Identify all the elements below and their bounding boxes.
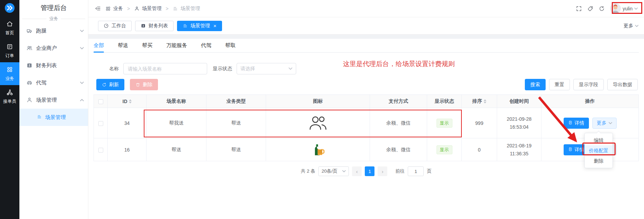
collapse-sidebar-icon[interactable] [95, 5, 101, 12]
sidebar-item-label: 场景管理 [36, 97, 57, 103]
cell-business-type: 帮送 [206, 108, 266, 138]
tab-finance-list[interactable]: 财务列表 [135, 21, 174, 31]
category-tab-driving[interactable]: 代驾 [201, 39, 211, 52]
rail-item-label: 订单 [6, 53, 14, 59]
header-label: ID [123, 99, 127, 104]
goto-page-input[interactable] [408, 166, 424, 176]
order-icon [6, 43, 13, 51]
category-tab-buy[interactable]: 帮买 [142, 39, 152, 52]
show-fields-button[interactable]: 显示字段 [573, 79, 604, 90]
breadcrumb-separator: > [127, 6, 130, 11]
cell-id: 34 [108, 108, 147, 138]
grid-icon [105, 6, 111, 11]
page-size-select[interactable]: 20条/页 [318, 166, 349, 176]
tab-label: 财务列表 [149, 23, 168, 29]
rail-item-home[interactable]: 首页 [0, 17, 19, 39]
page-unit-label: 页 [427, 168, 432, 174]
main-content: 业务 > 场景管理 > 场景管理 yulin [88, 0, 644, 219]
rail-item-label: 首页 [6, 30, 14, 36]
cell-business-type: 帮送 [206, 138, 266, 161]
refresh-button[interactable]: 刷新 [96, 79, 124, 90]
sidebar-item-label: 企业商户 [36, 45, 57, 52]
chevron-down-icon [635, 25, 638, 27]
header-payment: 支付方式 [370, 95, 427, 108]
close-icon[interactable]: × [213, 23, 217, 28]
sidebar-item-merchants[interactable]: 企业商户 [19, 39, 88, 57]
person-icon [26, 97, 33, 103]
breadcrumb-label: 业务 [113, 6, 123, 12]
cell-icon [266, 138, 370, 161]
sidebar: 管理后台 业务 跑腿 企业商户 财务列表 代驾 场景管理 [19, 0, 88, 219]
fullscreen-icon[interactable] [576, 6, 582, 12]
tab-scene-mgmt[interactable]: 场景管理 × [177, 21, 222, 31]
rail-item-label: 接单员 [3, 99, 16, 104]
cell-scene-name: 帮送 [147, 138, 206, 161]
tab-label: 工作台 [112, 23, 126, 29]
dropdown-item-edit[interactable]: 编辑 [585, 135, 612, 145]
category-tab-deliver[interactable]: 帮送 [118, 39, 128, 52]
chevron-down-icon [289, 67, 292, 70]
finance-card-icon [26, 62, 33, 69]
header-checkbox-cell [94, 95, 108, 108]
users-icon [26, 45, 33, 51]
row-checkbox[interactable] [98, 148, 103, 153]
dropdown-item-delete[interactable]: 删除 [585, 156, 612, 166]
rail-item-couriers[interactable]: 接单员 [0, 85, 19, 108]
chevron-down-icon [342, 170, 346, 172]
theme-tag-icon[interactable] [587, 6, 593, 12]
sidebar-item-scene-mgmt[interactable]: 场景管理 [19, 91, 88, 109]
prev-page-button[interactable]: ‹ [352, 166, 362, 176]
sidebar-item-errand[interactable]: 跑腿 [19, 22, 88, 39]
category-tab-fetch[interactable]: 帮取 [225, 39, 236, 52]
detail-button[interactable]: 详情 [564, 118, 589, 129]
category-tab-all[interactable]: 全部 [94, 39, 104, 52]
row-checkbox[interactable] [98, 121, 103, 126]
sidebar-item-finance[interactable]: 财务列表 [19, 57, 88, 74]
breadcrumb-item-business[interactable]: 业务 [105, 6, 123, 12]
dropdown-item-price-config[interactable]: 价格配置 [585, 145, 612, 156]
search-button[interactable]: 搜索 [525, 79, 546, 90]
header-sort[interactable]: 排序 [462, 95, 497, 108]
sidebar-subitem-scene-mgmt[interactable]: 场景管理 [19, 109, 88, 126]
category-tab-universal[interactable]: 万能服务 [166, 39, 187, 52]
user-menu[interactable]: yulin [610, 3, 638, 14]
sidebar-item-driving[interactable]: 代驾 [19, 74, 88, 91]
tab-label: 场景管理 [191, 23, 210, 29]
next-page-button[interactable]: › [378, 166, 387, 176]
more-dropdown-menu: 编辑 价格配置 删除 [584, 133, 613, 168]
chevron-up-icon [80, 99, 84, 101]
delete-button[interactable]: 删除 [130, 79, 158, 90]
breadcrumb-item-scene[interactable]: 场景管理 [134, 6, 161, 12]
status-select[interactable]: 请选择 [237, 63, 296, 74]
logo-icon [5, 3, 15, 14]
refresh-icon[interactable] [599, 6, 605, 12]
rail-item-business[interactable]: 业务 [0, 62, 19, 85]
tabs-more-button[interactable]: 更多 [624, 23, 638, 29]
sort-carets[interactable] [129, 99, 132, 103]
sort-carets[interactable] [484, 99, 486, 103]
cell-created-time: 11:36:35 [497, 150, 541, 157]
beer-icon [311, 146, 325, 152]
cell-created-date: 2021-09-28 [497, 115, 541, 123]
tab-workbench[interactable]: 工作台 [98, 21, 132, 31]
finance-card-icon [141, 23, 146, 28]
header-id[interactable]: ID [108, 95, 147, 108]
scene-card: 全部 帮送 帮买 万能服务 代驾 帮取 名称 显示状态 请选择 [88, 39, 644, 219]
select-all-checkbox[interactable] [98, 99, 103, 104]
app-logo[interactable] [0, 0, 19, 17]
refresh-label: 刷新 [109, 82, 119, 88]
export-data-button[interactable]: 导出数据 [607, 79, 638, 90]
reset-button[interactable]: 重置 [549, 79, 570, 90]
page-body: 全部 帮送 帮买 万能服务 代驾 帮取 名称 显示状态 请选择 [88, 35, 644, 219]
cell-sort: 999 [462, 108, 497, 138]
more-button[interactable]: 更多 [592, 118, 617, 129]
table-row: 34 帮我送 帮送 余额、微信 显示 999 [94, 108, 639, 138]
scene-name-input[interactable] [123, 63, 207, 74]
chevron-down-icon [80, 47, 84, 49]
rail-item-orders[interactable]: 订单 [0, 39, 19, 62]
cell-created-date: 2021-08-19 [497, 142, 541, 149]
current-page-button[interactable]: 1 [365, 166, 374, 176]
car-icon [26, 80, 33, 86]
toolbar-right: 搜索 重置 显示字段 导出数据 [525, 79, 638, 90]
chevron-down-icon [80, 30, 84, 32]
